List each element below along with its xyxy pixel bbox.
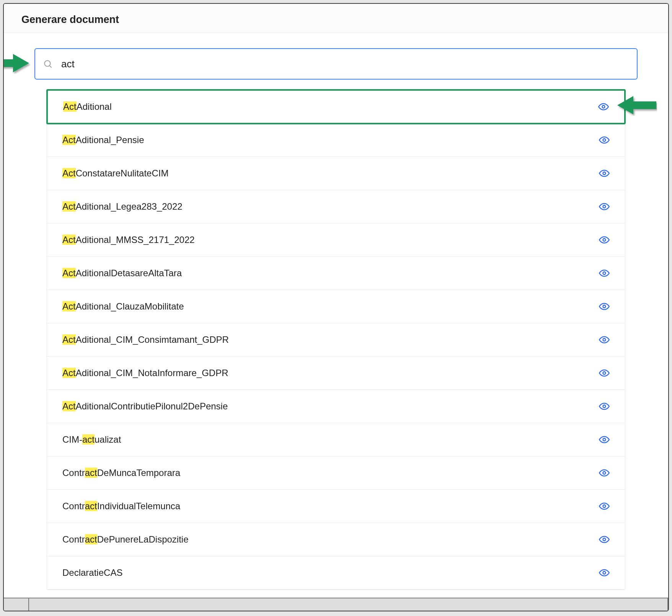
- annotation-arrow-right: [616, 95, 657, 117]
- svg-marker-4: [617, 96, 656, 114]
- eye-icon[interactable]: [599, 168, 610, 179]
- svg-point-13: [603, 405, 606, 408]
- result-label: ActAditional_MMSS_2171_2022: [62, 235, 195, 245]
- svg-point-1: [44, 60, 50, 66]
- dialog-body: ActAditionalActAditional_PensieActConsta…: [4, 33, 668, 590]
- annotation-arrow-left: [3, 52, 31, 75]
- dialog-generare-document: Generare document: [3, 3, 669, 611]
- result-row[interactable]: ActAditionalDetasareAltaTara: [47, 257, 625, 290]
- eye-icon[interactable]: [599, 235, 610, 245]
- search-icon: [43, 59, 53, 69]
- eye-icon[interactable]: [598, 101, 609, 112]
- result-label: ActAditionalContributiePilonul2DePensie: [62, 401, 228, 412]
- svg-point-16: [603, 505, 606, 508]
- results-list: ActAditionalActAditional_PensieActConsta…: [47, 90, 625, 590]
- match-highlight: Act: [62, 201, 76, 212]
- search-input[interactable]: [61, 58, 629, 70]
- eye-icon[interactable]: [599, 301, 610, 312]
- result-row[interactable]: ActAditional_Pensie: [47, 124, 625, 157]
- match-highlight: Act: [62, 268, 76, 278]
- result-row[interactable]: ContractIndividualTelemunca: [47, 490, 625, 523]
- eye-icon[interactable]: [599, 534, 610, 545]
- result-label: ActAditional_CIM_Consimtamant_GDPR: [62, 334, 229, 345]
- svg-point-9: [603, 272, 606, 275]
- result-row[interactable]: ContractDeMuncaTemporara: [47, 456, 625, 490]
- result-row[interactable]: DeclaratieCAS: [47, 556, 625, 590]
- result-row[interactable]: ActAditional: [46, 89, 626, 124]
- result-row[interactable]: ActAditional_Legea283_2022: [47, 190, 625, 223]
- search-box[interactable]: [34, 48, 638, 80]
- result-label: ActAditional_Legea283_2022: [62, 201, 183, 212]
- eye-icon[interactable]: [599, 434, 610, 445]
- match-highlight: Act: [62, 135, 76, 145]
- result-label: ActConstatareNulitateCIM: [62, 168, 168, 179]
- eye-icon[interactable]: [599, 201, 610, 212]
- svg-point-10: [603, 305, 606, 308]
- svg-point-11: [603, 339, 606, 341]
- result-label: ActAditional_Pensie: [62, 135, 144, 145]
- match-highlight: act: [85, 468, 97, 478]
- result-label: DeclaratieCAS: [62, 567, 122, 578]
- eye-icon[interactable]: [599, 401, 610, 412]
- result-row[interactable]: ActAditional_MMSS_2171_2022: [47, 223, 625, 257]
- result-row[interactable]: ActAditional_CIM_Consimtamant_GDPR: [47, 323, 625, 357]
- result-label: ActAditional_CIM_NotaInformare_GDPR: [62, 368, 228, 378]
- svg-point-5: [603, 139, 606, 142]
- svg-point-18: [603, 572, 606, 574]
- eye-icon[interactable]: [599, 268, 610, 279]
- eye-icon[interactable]: [599, 334, 610, 345]
- result-label: ActAditional: [63, 101, 112, 112]
- svg-line-2: [50, 66, 52, 68]
- result-label: ContractIndividualTelemunca: [62, 501, 180, 512]
- result-row[interactable]: ActAditional_CIM_NotaInformare_GDPR: [47, 357, 625, 390]
- result-label: ContractDePunereLaDispozitie: [62, 534, 189, 545]
- svg-point-15: [603, 472, 606, 474]
- eye-icon[interactable]: [599, 567, 610, 578]
- match-highlight: act: [85, 501, 97, 511]
- match-highlight: Act: [62, 368, 76, 378]
- bottom-status-bar: [4, 598, 668, 611]
- dialog-title: Generare document: [21, 14, 651, 26]
- svg-point-14: [603, 438, 606, 441]
- match-highlight: Act: [62, 401, 76, 411]
- svg-point-12: [603, 372, 606, 375]
- result-label: ActAditional_ClauzaMobilitate: [62, 301, 184, 312]
- match-highlight: Act: [62, 334, 76, 345]
- match-highlight: act: [82, 434, 95, 445]
- result-row[interactable]: ActAditionalContributiePilonul2DePensie: [47, 390, 625, 423]
- svg-marker-0: [3, 54, 29, 72]
- svg-point-7: [603, 205, 606, 208]
- match-highlight: act: [85, 534, 97, 544]
- dialog-header: Generare document: [4, 4, 668, 33]
- result-row[interactable]: ContractDePunereLaDispozitie: [47, 523, 625, 556]
- result-label: CIM-actualizat: [62, 434, 121, 445]
- result-label: ContractDeMuncaTemporara: [62, 468, 180, 478]
- result-row[interactable]: ActAditional_ClauzaMobilitate: [47, 290, 625, 323]
- eye-icon[interactable]: [599, 135, 610, 145]
- svg-point-8: [603, 239, 606, 241]
- eye-icon[interactable]: [599, 368, 610, 378]
- search-row: [34, 48, 638, 80]
- match-highlight: Act: [62, 168, 76, 178]
- match-highlight: Act: [62, 301, 76, 311]
- match-highlight: Act: [63, 101, 77, 112]
- svg-point-6: [603, 172, 606, 175]
- eye-icon[interactable]: [599, 501, 610, 512]
- svg-point-3: [602, 106, 605, 108]
- svg-point-17: [603, 538, 606, 541]
- match-highlight: Act: [62, 235, 76, 245]
- eye-icon[interactable]: [599, 468, 610, 478]
- result-row[interactable]: CIM-actualizat: [47, 423, 625, 456]
- result-label: ActAditionalDetasareAltaTara: [62, 268, 182, 279]
- result-row[interactable]: ActConstatareNulitateCIM: [47, 157, 625, 190]
